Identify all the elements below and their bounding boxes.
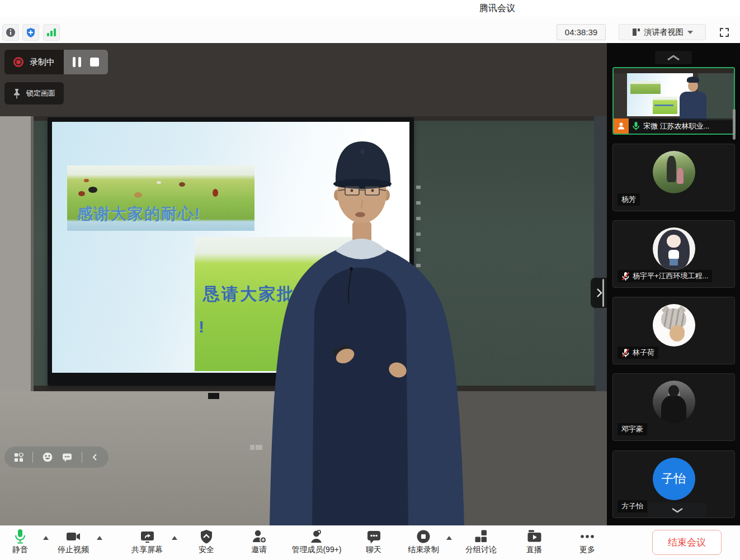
participant-tile-linzihe[interactable]: 林子荷: [612, 297, 735, 364]
stop-recording-button[interactable]: [90, 58, 99, 67]
breakout-icon: [474, 529, 488, 544]
slide-caption-bottom-cont: !: [199, 317, 204, 336]
toolbar-label: 管理成员(99+): [291, 545, 341, 555]
reaction-toolbar: [4, 447, 109, 468]
avatar: [653, 151, 695, 193]
scroll-down-button[interactable]: [648, 503, 706, 518]
toolbar-label: 共享屏幕: [131, 545, 163, 555]
participant-tile-yangyuping[interactable]: 杨宇平+江西环境工程...: [612, 220, 735, 288]
fullscreen-icon: [718, 26, 730, 39]
shield-icon: [200, 529, 213, 544]
recording-label: 录制中: [30, 57, 55, 68]
microphone-icon: [13, 529, 27, 544]
security-toolbar-button[interactable]: 安全: [199, 528, 214, 555]
pin-label: 锁定画面: [26, 88, 55, 98]
main-video-stage: 感谢大家的耐心! 恳请大家批 !: [0, 43, 607, 525]
cow-figure: [78, 191, 85, 196]
cow-figure: [88, 187, 97, 193]
security-button[interactable]: [22, 24, 39, 41]
recording-controls: [64, 50, 108, 74]
pause-recording-button[interactable]: [73, 57, 81, 67]
participants-sidebar: 宋微 江苏农林职业... 杨芳 杨宇平+江西环境工程...: [607, 43, 740, 525]
fullscreen-button[interactable]: [717, 25, 732, 40]
view-selector[interactable]: 演讲者视图: [619, 24, 706, 40]
scroll-up-button[interactable]: [655, 51, 692, 64]
participant-name: 杨宇平+江西环境工程...: [633, 271, 708, 281]
timer-value: 04:38:39: [565, 27, 597, 37]
pin-view-button[interactable]: 锁定画面: [4, 82, 64, 105]
record-icon: [13, 57, 23, 67]
toolbar-label: 安全: [199, 545, 214, 555]
live-stream-button[interactable]: 直播: [526, 528, 542, 555]
toolbar-label: 分组讨论: [465, 545, 497, 555]
window-titlebar: 腾讯会议: [0, 0, 740, 17]
chat-bubble-icon[interactable]: [62, 453, 72, 462]
meeting-info-button[interactable]: [2, 24, 19, 41]
participant-tile-songwei[interactable]: 宋微 江苏农林职业...: [612, 67, 735, 135]
more-button[interactable]: 更多: [579, 528, 595, 555]
collapse-sidebar-button[interactable]: [591, 278, 607, 308]
participant-video-thumbnail: [614, 68, 734, 118]
end-meeting-label: 结束会议: [668, 536, 706, 549]
layout-icon: [632, 28, 640, 36]
smiley-icon[interactable]: [43, 452, 53, 462]
participant-name-tag: 杨芳: [618, 193, 640, 206]
layout-grid-icon[interactable]: [14, 453, 23, 462]
chevron-down-icon: [687, 31, 693, 34]
live-tv-icon: [527, 529, 542, 544]
top-toolbar: 04:38:39 演讲者视图: [0, 17, 740, 43]
participant-name-tag: 杨宇平+江西环境工程...: [618, 270, 712, 282]
board-frame-bottom: [34, 386, 596, 391]
projection-screen: 感谢大家的耐心! 恳请大家批 !: [48, 117, 414, 386]
participant-name: 林子荷: [633, 348, 654, 358]
sidebar-scrollbar[interactable]: [733, 109, 736, 140]
mute-button[interactable]: 静音: [12, 528, 28, 555]
participant-tile-dengyuhao[interactable]: 邓宇豪: [612, 373, 735, 441]
mic-on-icon: [632, 121, 640, 131]
cow-figure: [179, 182, 185, 187]
classroom-wall-right: [594, 116, 607, 391]
divider: [82, 452, 82, 463]
participant-tile-yangfang[interactable]: 杨芳: [612, 144, 735, 211]
manage-members-button[interactable]: 管理成员(99+): [291, 528, 341, 555]
toolbar-label: 邀请: [251, 545, 267, 555]
avatar: [653, 381, 695, 423]
share-options-caret[interactable]: [172, 536, 177, 540]
host-badge: [614, 118, 629, 134]
chevron-down-icon: [671, 507, 684, 513]
toolbar-label: 聊天: [366, 545, 381, 555]
person-add-icon: [252, 529, 267, 544]
chat-button[interactable]: 聊天: [366, 528, 381, 555]
end-meeting-button[interactable]: 结束会议: [652, 530, 722, 555]
divider: [32, 452, 33, 463]
window-title: 腾讯会议: [479, 3, 515, 15]
network-signal-icon: [46, 28, 56, 37]
participant-name-tag: 邓宇豪: [618, 423, 647, 435]
stage-scrollbar[interactable]: [602, 279, 604, 307]
recording-options-caret[interactable]: [446, 536, 452, 540]
classroom-wall-bottom-right: [417, 391, 607, 525]
mute-options-caret[interactable]: [43, 536, 49, 540]
display-brand-logo: [250, 445, 262, 450]
avatar-initials: 子怡: [662, 471, 686, 487]
toolbar-label: 直播: [526, 545, 542, 555]
breakout-rooms-button[interactable]: 分组讨论: [465, 528, 497, 555]
display-power-button: [208, 393, 219, 399]
network-status-button[interactable]: [43, 24, 60, 41]
participant-name: 杨芳: [621, 194, 636, 205]
avatar: 子怡: [653, 458, 695, 500]
chevron-left-icon[interactable]: [91, 453, 99, 462]
stop-video-button[interactable]: 停止视频: [58, 528, 89, 555]
end-recording-button[interactable]: 结束录制: [408, 528, 439, 555]
view-selector-label: 演讲者视图: [644, 27, 684, 37]
security-shield-icon: [26, 27, 36, 38]
toolbar-label: 结束录制: [408, 545, 439, 555]
share-screen-button[interactable]: 共享屏幕: [131, 528, 163, 555]
info-icon: [6, 27, 16, 37]
video-options-caret[interactable]: [97, 536, 102, 540]
slide-caption-bottom: 恳请大家批: [203, 283, 295, 306]
invite-button[interactable]: 邀请: [251, 528, 267, 555]
classroom-wall-left: [0, 116, 34, 391]
slide-caption-top: 感谢大家的耐心!: [77, 203, 201, 225]
recording-indicator: 录制中: [4, 50, 108, 74]
